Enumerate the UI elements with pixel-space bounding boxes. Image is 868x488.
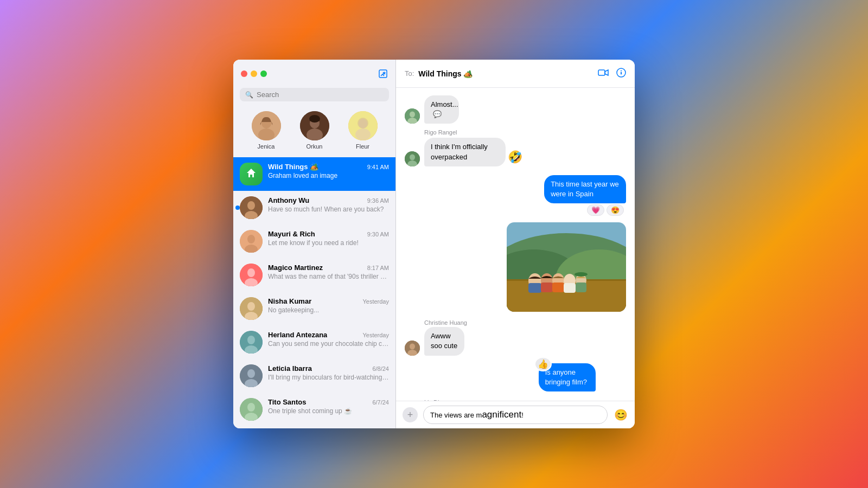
avatar-christine — [405, 341, 420, 356]
conversation-nisha[interactable]: Nisha Kumar Yesterday No gatekeeping... — [233, 292, 395, 325]
unread-dot-anthony — [235, 206, 240, 210]
pinned-name-orkun: Orkun — [307, 143, 323, 150]
avatar-leticia — [240, 364, 263, 387]
message-rigo: Rigo Rangel I think I'm officially overp… — [405, 129, 626, 166]
avatar-nisha — [240, 297, 263, 320]
pinned-contact-orkun[interactable]: Orkun — [300, 111, 329, 150]
svg-point-7 — [309, 115, 320, 123]
svg-point-41 — [410, 154, 415, 160]
conv-time-herland: Yesterday — [362, 332, 389, 338]
svg-rect-50 — [528, 283, 541, 293]
avatar-magico — [240, 264, 263, 286]
message-photo — [405, 222, 626, 312]
sidebar: 🔍 Jenica — [233, 60, 396, 428]
close-button[interactable] — [241, 70, 247, 77]
conv-name-nisha: Nisha Kumar — [268, 297, 311, 305]
chat-title-container: To: Wild Things 🏕️ — [405, 69, 473, 78]
pinned-contact-jenica[interactable]: Jenica — [252, 111, 281, 150]
conv-time-mayuri: 9:30 AM — [367, 231, 389, 237]
message-christine: Christine Huang Awww soo cute — [405, 319, 626, 355]
video-call-icon[interactable] — [598, 69, 609, 79]
svg-point-11 — [358, 118, 368, 129]
msg-bubble-almost: Almost... 💬 — [424, 95, 459, 124]
conv-name-wild-things: Wild Things 🏕️ — [268, 163, 318, 171]
reactions-spain: 💗 😍 — [587, 204, 624, 216]
add-attachment-button[interactable]: + — [403, 407, 418, 422]
message-input-container[interactable]: The views are magnificent! — [423, 406, 608, 424]
conv-time-nisha: Yesterday — [362, 298, 389, 305]
msg-bubble-rigo: I think I'm officially overpacked — [424, 138, 506, 166]
conv-time-anthony: 9:36 AM — [367, 197, 389, 204]
svg-point-28 — [247, 369, 255, 378]
header-icons — [598, 68, 626, 80]
svg-rect-36 — [621, 72, 622, 74]
svg-point-16 — [247, 235, 255, 243]
conversation-tito[interactable]: Tito Santos 6/7/24 One triple shot comin… — [233, 393, 395, 426]
avatar-tito — [240, 398, 263, 421]
conversation-herland[interactable]: Herland Antezana Yesterday Can you send … — [233, 325, 395, 359]
conv-preview-tito: One triple shot coming up ☕ — [268, 407, 389, 415]
conversation-wild-things[interactable]: Wild Things 🏕️ 9:41 AM Graham loved an i… — [233, 157, 395, 191]
svg-point-10 — [355, 129, 371, 140]
conv-name-herland: Herland Antezana — [268, 331, 327, 339]
message-almost: Almost... 💬 — [405, 95, 626, 124]
input-bar: + The views are magnificent! 😊 — [396, 401, 635, 428]
input-text-display: The views are magnificent! — [430, 409, 524, 420]
avatar-msg-rigo — [405, 151, 420, 166]
msg-bubble-spain: This time last year we were in Spain — [544, 175, 626, 203]
conv-time-tito: 6/7/24 — [372, 399, 389, 406]
search-bar[interactable]: 🔍 — [240, 88, 389, 101]
svg-rect-52 — [541, 282, 553, 292]
conversation-list: Wild Things 🏕️ 9:41 AM Graham loved an i… — [233, 157, 395, 428]
to-label: To: — [405, 69, 414, 78]
svg-point-61 — [410, 343, 415, 349]
sender-rigo: Rigo Rangel — [424, 129, 550, 136]
app-window: 🔍 Jenica — [233, 60, 635, 428]
chat-header: To: Wild Things 🏕️ — [396, 60, 635, 88]
svg-point-59 — [575, 272, 588, 277]
svg-point-25 — [247, 336, 255, 344]
svg-rect-54 — [552, 282, 564, 292]
tapback-thumbsup: 👍 — [534, 357, 552, 371]
messages-container: Almost... 💬 Rigo Rangel — [396, 88, 635, 401]
plus-icon: + — [407, 409, 413, 421]
conv-preview-anthony: Have so much fun! When are you back? — [268, 206, 389, 213]
svg-rect-56 — [564, 283, 576, 293]
info-icon[interactable] — [616, 68, 626, 80]
sender-christine: Christine Huang — [424, 319, 486, 326]
conv-time-magico: 8:17 AM — [367, 265, 389, 271]
emoji-button[interactable]: 😊 — [613, 407, 628, 422]
conv-preview-nisha: No gatekeeping... — [268, 306, 389, 314]
conv-time-wild-things: 9:41 AM — [367, 164, 389, 170]
conv-name-leticia: Leticia Ibarra — [268, 364, 312, 373]
svg-point-19 — [247, 268, 255, 277]
avatar-msg-1 — [405, 108, 420, 124]
minimize-button[interactable] — [251, 70, 257, 77]
reaction-heart: 💗 — [587, 204, 604, 216]
avatar-jenica — [252, 111, 281, 140]
compose-icon[interactable] — [378, 69, 388, 79]
conv-name-magico: Magico Martinez — [268, 264, 323, 272]
pinned-contact-fleur[interactable]: Fleur — [348, 111, 378, 150]
avatar-fleur — [348, 111, 378, 140]
conversation-anthony-wu[interactable]: Anthony Wu 9:36 AM Have so much fun! Whe… — [233, 191, 395, 224]
pinned-contacts: Jenica Orkun — [233, 107, 395, 157]
search-icon: 🔍 — [245, 91, 253, 99]
chat-group-name: Wild Things 🏕️ — [418, 69, 473, 78]
conv-preview-wild-things: Graham loved an image — [268, 172, 389, 179]
conv-preview-leticia: I'll bring my binoculars for bird-watchi… — [268, 374, 389, 381]
svg-rect-33 — [598, 70, 605, 75]
reaction-eyes: 😍 — [607, 204, 624, 216]
conversation-leticia[interactable]: Leticia Ibarra 6/8/24 I'll bring my bino… — [233, 359, 395, 393]
avatar-orkun — [300, 111, 329, 140]
search-input[interactable] — [257, 91, 384, 99]
sidebar-titlebar — [233, 60, 395, 88]
pinned-name-jenica: Jenica — [258, 143, 275, 150]
chat-area: To: Wild Things 🏕️ — [396, 60, 635, 428]
traffic-lights — [241, 70, 267, 77]
svg-point-31 — [247, 403, 255, 412]
maximize-button[interactable] — [260, 70, 267, 77]
conversation-magico[interactable]: Magico Martinez 8:17 AM What was the nam… — [233, 258, 395, 292]
avatar-wild-things — [240, 163, 263, 185]
conversation-mayuri-rich[interactable]: Mayuri & Rich 9:30 AM Let me know if you… — [233, 224, 395, 258]
